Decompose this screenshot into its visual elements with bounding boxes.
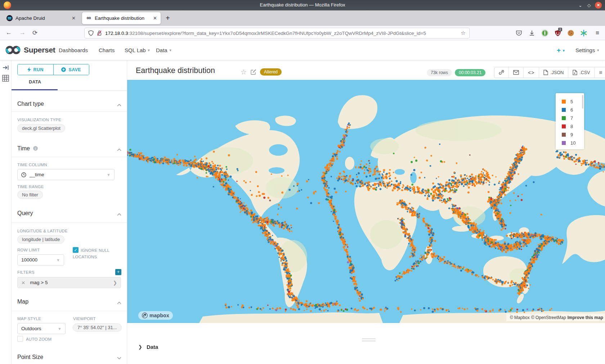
visualization-type-label: VISUALIZATION TYPE: [17, 118, 61, 122]
legend-item[interactable]: 8: [562, 122, 584, 131]
export-json-button[interactable]: .JSON: [539, 67, 568, 78]
chevron-up-icon[interactable]: [117, 301, 121, 305]
legend-label: 9: [570, 132, 573, 137]
time-column-select[interactable]: __time ▼: [17, 169, 115, 180]
chevron-down-icon: ▼: [562, 49, 565, 53]
new-tab-button[interactable]: +: [166, 14, 170, 22]
mapbox-logo[interactable]: mapbox: [138, 311, 173, 320]
section-map[interactable]: Map: [17, 299, 28, 305]
email-button[interactable]: [508, 67, 523, 78]
legend-item[interactable]: 5: [562, 97, 584, 106]
tab-label: Earthquake distribution: [95, 15, 144, 21]
chart-menu-button[interactable]: ≡: [594, 67, 605, 78]
section-time[interactable]: Time i: [17, 145, 38, 152]
shield-icon[interactable]: [88, 30, 94, 36]
run-save-group: RUN SAVE: [17, 64, 89, 75]
remove-filter-icon[interactable]: ✕: [21, 280, 25, 286]
filter-item[interactable]: ✕ mag > 5 ❯: [17, 277, 121, 288]
chart-actions-group: <> .JSON .CSV ≡: [494, 67, 605, 78]
pocket-icon[interactable]: [515, 29, 523, 37]
nav-settings[interactable]: Settings▼: [575, 47, 600, 53]
legend-label: 8: [570, 124, 573, 129]
clock-icon: [21, 172, 26, 177]
legend-item[interactable]: 9: [562, 131, 584, 139]
superset-logo[interactable]: Superset: [5, 45, 55, 55]
legend-label: 6: [570, 107, 573, 113]
window-close-button[interactable]: ✕: [595, 2, 602, 9]
legend-label: 5: [570, 99, 573, 104]
back-button[interactable]: ←: [6, 29, 12, 36]
chevron-up-icon[interactable]: [117, 147, 121, 152]
url-bar[interactable]: 172.18.0.3:32108/superset/explore/?form_…: [84, 28, 470, 38]
bookmark-star-icon[interactable]: ☆: [461, 30, 466, 36]
legend-scrollbar[interactable]: [582, 95, 583, 109]
reload-button[interactable]: ⟳: [32, 29, 37, 37]
nav-data[interactable]: Data▼: [156, 47, 172, 53]
forward-button[interactable]: →: [19, 29, 26, 36]
filter-value: mag > 5: [30, 280, 48, 285]
downloads-icon[interactable]: [528, 29, 536, 37]
share-link-button[interactable]: [494, 67, 508, 78]
url-text[interactable]: 172.18.0.3:32108/superset/explore/?form_…: [105, 31, 426, 36]
ublock-origin-icon[interactable]: 2: [554, 29, 562, 37]
map-style-select[interactable]: Outdoors ▼: [17, 323, 66, 334]
edit-title-icon[interactable]: [251, 69, 256, 75]
nav-sql-lab[interactable]: SQL Lab▼: [125, 47, 151, 53]
datasource-grid-icon[interactable]: [2, 75, 9, 82]
time-range-pill[interactable]: No filter: [17, 191, 43, 199]
improve-map-link[interactable]: Improve this map: [568, 315, 603, 320]
chevron-right-icon[interactable]: ❯: [113, 280, 117, 286]
tab-close-icon[interactable]: ✕: [153, 15, 157, 21]
chevron-down-icon: ▼: [56, 258, 60, 262]
section-query[interactable]: Query: [17, 210, 33, 217]
legend-item[interactable]: 7: [562, 114, 584, 122]
favorite-star-icon[interactable]: ☆: [241, 68, 247, 76]
altered-badge[interactable]: Altered: [260, 68, 282, 76]
run-button[interactable]: RUN: [18, 64, 54, 75]
viz-type-pill[interactable]: deck.gl Scatterplot: [17, 124, 65, 132]
auto-zoom-checkbox[interactable]: [17, 336, 23, 342]
viewport-label: VIEWPORT: [73, 317, 96, 321]
legend-swatch: [562, 133, 566, 137]
chevron-up-icon[interactable]: [117, 103, 121, 107]
section-point-size[interactable]: Point Size: [17, 354, 43, 360]
add-new-button[interactable]: +▼: [557, 46, 565, 54]
chevron-down-icon[interactable]: [117, 356, 121, 360]
data-results-collapse[interactable]: ❯ Data: [138, 344, 158, 350]
container-asterisk-icon[interactable]: [580, 29, 588, 37]
tab-data[interactable]: DATA: [29, 79, 41, 85]
tab-earthquake-distribution[interactable]: ∞ Earthquake distribution ✕: [82, 12, 161, 24]
chevron-up-icon[interactable]: [117, 212, 121, 217]
window-minimize-button[interactable]: ⌄: [577, 2, 584, 9]
collapse-panel-icon[interactable]: [3, 65, 9, 70]
legend-item[interactable]: 6: [562, 106, 584, 114]
lonlat-pill[interactable]: longitude | latitude: [17, 235, 64, 244]
export-csv-button[interactable]: .CSV: [568, 67, 594, 78]
save-button[interactable]: SAVE: [54, 64, 89, 75]
lock-disabled-icon[interactable]: [97, 30, 102, 36]
cookie-extension-icon[interactable]: [567, 29, 575, 37]
map-attribution: © Mapbox © OpenStreetMap Improve this ma…: [506, 314, 605, 321]
panel-resize-handle[interactable]: [362, 338, 376, 343]
attribution-osm-link[interactable]: © OpenStreetMap: [531, 315, 566, 320]
legend-item[interactable]: 10: [562, 139, 584, 147]
nav-charts[interactable]: Charts: [99, 47, 115, 53]
row-limit-select[interactable]: 100000 ▼: [17, 254, 64, 265]
ignore-null-checkbox[interactable]: ✓: [73, 247, 79, 253]
deckgl-scatter-map[interactable]: 5678910 mapbox © Mapbox © OpenStreetMap …: [127, 80, 605, 323]
map-style-label: MAP STYLE: [17, 317, 41, 321]
tab-close-icon[interactable]: ✕: [72, 15, 76, 21]
window-maximize-button[interactable]: ◇: [586, 2, 592, 9]
privacy-badger-icon[interactable]: [541, 29, 549, 37]
viewport-pill[interactable]: 7° 35' 54.02" | 31...: [73, 323, 122, 332]
earthquake-points-layer: [127, 80, 605, 323]
add-filter-button[interactable]: +: [115, 269, 121, 275]
tab-apache-druid[interactable]: Apache Druid ✕: [3, 12, 79, 24]
section-chart-type[interactable]: Chart type: [17, 101, 44, 107]
attribution-mapbox-link[interactable]: © Mapbox: [510, 315, 530, 320]
embed-code-button[interactable]: <>: [523, 67, 539, 78]
chevron-down-icon: ▼: [58, 327, 62, 331]
nav-dashboards[interactable]: Dashboards: [59, 47, 88, 53]
filters-label: FILTERS: [17, 270, 35, 274]
menu-hamburger-icon[interactable]: ≡: [593, 29, 601, 37]
